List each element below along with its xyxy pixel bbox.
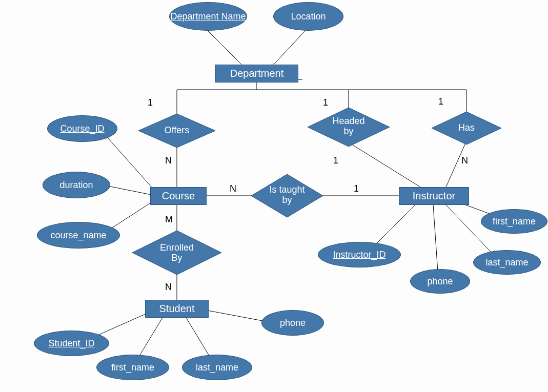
attr-course-name: course_name xyxy=(37,222,120,249)
attr-course-id: Course_ID xyxy=(47,115,117,142)
card-taught-instructor: 1 xyxy=(354,183,359,194)
card-course-enrolled: M xyxy=(165,214,173,225)
entity-student: Student xyxy=(145,300,209,318)
svg-line-0 xyxy=(205,28,243,67)
entity-course-label: Course xyxy=(162,190,195,202)
attr-location: Location xyxy=(273,2,343,31)
card-enrolled-student: N xyxy=(165,282,172,293)
rel-has: Has xyxy=(451,122,482,134)
entity-instructor: Instructor xyxy=(399,187,469,205)
card-dept-has: 1 xyxy=(438,96,443,107)
entity-department: Department xyxy=(215,65,298,82)
attr-student-id: Student_ID xyxy=(34,331,109,356)
card-course-taught: N xyxy=(230,183,236,194)
attr-instructor-id: Instructor_ID xyxy=(318,242,401,267)
attr-duration: duration xyxy=(43,172,110,198)
rel-enrolled-by: Enrolled By xyxy=(154,242,200,264)
card-headed-instructor: 1 xyxy=(333,155,338,166)
attr-student-phone: phone xyxy=(261,310,324,336)
entity-department-label: Department xyxy=(230,68,284,79)
rel-taught-by: Is taught by xyxy=(266,180,309,210)
entity-course: Course xyxy=(150,187,207,205)
svg-line-23 xyxy=(433,205,438,279)
attr-instructor-firstname: first_name xyxy=(481,209,547,234)
card-dept-headed: 1 xyxy=(323,97,328,108)
rel-offers: Offers xyxy=(154,125,200,137)
card-offers-course: N xyxy=(165,155,172,166)
entity-student-label: Student xyxy=(159,303,195,315)
card-has-instructor: N xyxy=(461,155,468,166)
attr-department-name: Department Name xyxy=(169,2,247,31)
attr-instructor-phone: phone xyxy=(410,269,470,294)
entity-instructor-label: Instructor xyxy=(413,190,455,202)
card-dept-offers: 1 xyxy=(148,97,153,108)
attr-student-firstname: first_name xyxy=(96,355,169,380)
svg-line-9 xyxy=(349,142,420,187)
attr-instructor-lastname: last_name xyxy=(473,250,541,275)
rel-headed-by: Headed by xyxy=(328,115,369,138)
attr-student-lastname: last_name xyxy=(182,355,252,380)
svg-line-1 xyxy=(272,28,308,67)
